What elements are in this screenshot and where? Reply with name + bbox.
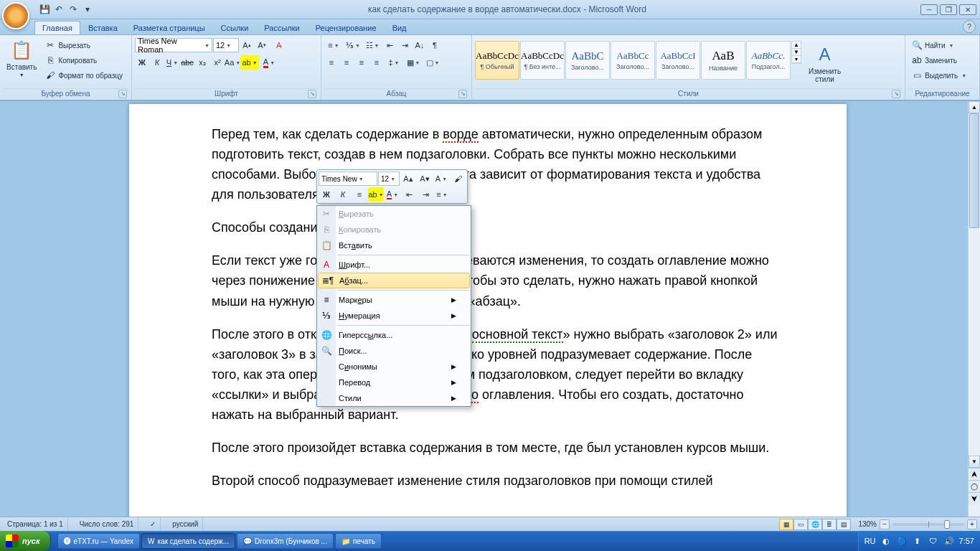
font-size-combo[interactable]: 12▼ xyxy=(213,38,239,52)
status-language[interactable]: русский xyxy=(168,517,203,531)
undo-icon[interactable]: ↶ xyxy=(52,3,65,16)
style-up-icon[interactable]: ▲ xyxy=(792,42,801,49)
tab-mailings[interactable]: Рассылки xyxy=(256,21,307,34)
view-print-layout[interactable]: ▦ xyxy=(779,519,793,530)
bullets-icon[interactable]: ≡▼ xyxy=(324,38,343,52)
scroll-thumb[interactable] xyxy=(969,113,979,228)
find-button[interactable]: 🔍Найти▼ xyxy=(908,38,969,52)
align-left-icon[interactable]: ≡ xyxy=(324,55,339,70)
tab-references[interactable]: Ссылки xyxy=(213,21,257,34)
ctx-lookup[interactable]: 🔍Поиск... xyxy=(317,343,471,359)
numbering-icon[interactable]: ⅓▼ xyxy=(344,38,362,52)
copy-button[interactable]: ⎘Копировать xyxy=(42,53,126,67)
highlight-icon[interactable]: ab▼ xyxy=(240,55,259,70)
cut-button[interactable]: ✂Вырезать xyxy=(42,38,126,52)
tab-review[interactable]: Рецензирование xyxy=(308,21,385,34)
justify-icon[interactable]: ≡ xyxy=(369,55,384,70)
qat-customize-icon[interactable]: ▾ xyxy=(81,3,94,16)
status-words[interactable]: Число слов: 291 xyxy=(75,517,139,531)
style-subtitle[interactable]: AaBbCc.Подзагол... xyxy=(746,41,791,80)
align-right-icon[interactable]: ≡ xyxy=(354,55,369,70)
sort-icon[interactable]: A↓ xyxy=(413,38,427,52)
change-case-icon[interactable]: Aa▼ xyxy=(225,55,240,70)
paragraph-expand-icon[interactable]: ↘ xyxy=(458,90,467,98)
font-color-icon[interactable]: A▼ xyxy=(260,55,278,70)
tab-page-layout[interactable]: Разметка страницы xyxy=(126,21,213,34)
help-icon[interactable]: ? xyxy=(963,20,976,33)
tray-icon[interactable]: 🔵 xyxy=(896,535,908,547)
multilevel-icon[interactable]: ☷▼ xyxy=(363,38,382,52)
style-more-icon[interactable]: ▾ xyxy=(792,56,801,63)
mini-size-combo[interactable]: 12▼ xyxy=(378,171,400,186)
font-family-combo[interactable]: Times New Roman▼ xyxy=(135,38,212,52)
mini-styles-icon[interactable]: A▼ xyxy=(433,171,449,186)
ctx-synonyms[interactable]: Синонимы▶ xyxy=(317,359,471,375)
taskbar-item-word[interactable]: Wкак сделать содерж... xyxy=(141,533,235,549)
style-normal[interactable]: AaBbCcDc¶ Обычный xyxy=(475,41,519,80)
clipboard-expand-icon[interactable]: ↘ xyxy=(118,90,127,98)
style-scrollbar[interactable]: ▲▼▾ xyxy=(791,41,801,64)
tray-icon[interactable]: ⬆ xyxy=(912,535,923,547)
style-heading3[interactable]: AaBbCcIЗаголово... xyxy=(656,41,700,80)
view-outline[interactable]: ≣ xyxy=(822,519,837,530)
ctx-paragraph[interactable]: ≣¶Абзац... xyxy=(318,273,470,288)
taskbar-item-chat[interactable]: 💬Dronx3m (Бунчиков ... xyxy=(237,533,334,549)
style-title[interactable]: АаВНазвание xyxy=(701,41,745,80)
office-button[interactable] xyxy=(2,2,29,29)
underline-icon[interactable]: Ч▼ xyxy=(165,55,179,70)
ctx-styles[interactable]: Стили▶ xyxy=(317,390,471,406)
mini-bold-icon[interactable]: Ж xyxy=(319,187,334,202)
paste-button[interactable]: 📋 Вставить ▼ xyxy=(3,37,40,80)
zoom-slider[interactable] xyxy=(892,523,964,526)
vertical-scrollbar[interactable]: ▲ ⮝ ◯ ⮟ ▼ xyxy=(968,101,980,517)
mini-center-icon[interactable]: ≡ xyxy=(352,187,367,202)
ctx-hyperlink[interactable]: 🌐Гиперссылка... xyxy=(317,327,471,343)
browse-object-icon[interactable]: ◯ xyxy=(969,480,980,492)
save-icon[interactable]: 💾 xyxy=(38,3,51,16)
mini-indent-dec-icon[interactable]: ⇤ xyxy=(401,187,417,202)
indent-inc-icon[interactable]: ⇥ xyxy=(397,38,412,52)
strike-icon[interactable]: abc xyxy=(180,55,194,70)
bold-icon[interactable]: Ж xyxy=(135,55,149,70)
format-painter-button[interactable]: 🖌Формат по образцу xyxy=(42,68,126,83)
mini-font-combo[interactable]: Times New▼ xyxy=(319,171,377,186)
view-draft[interactable]: ▤ xyxy=(837,519,851,530)
tray-clock[interactable]: 7:57 xyxy=(959,537,974,545)
style-heading2[interactable]: AaBbCcЗаголово... xyxy=(611,41,655,80)
select-button[interactable]: ▭Выделить▼ xyxy=(908,68,969,83)
ctx-numbering[interactable]: ⅓Нумерация▶ xyxy=(317,308,471,324)
tray-icon[interactable]: 🔊 xyxy=(943,535,955,547)
prev-page-icon[interactable]: ⮝ xyxy=(969,468,980,480)
style-no-spacing[interactable]: AaBbCcDc¶ Без инте... xyxy=(520,41,565,80)
indent-dec-icon[interactable]: ⇤ xyxy=(382,38,397,52)
minimize-button[interactable]: ─ xyxy=(920,4,938,15)
redo-icon[interactable]: ↷ xyxy=(67,3,80,16)
tab-insert[interactable]: Вставка xyxy=(80,21,126,34)
tray-icon[interactable]: ◐ xyxy=(880,535,892,547)
tray-lang[interactable]: RU xyxy=(864,535,876,547)
align-center-icon[interactable]: ≡ xyxy=(339,55,354,70)
italic-icon[interactable]: К xyxy=(150,55,164,70)
borders-icon[interactable]: ▢▼ xyxy=(423,55,442,70)
taskbar-item-browser[interactable]: 🅨eTXT.ru — Yandex xyxy=(57,533,141,549)
tab-home[interactable]: Главная xyxy=(34,21,80,34)
style-down-icon[interactable]: ▼ xyxy=(792,49,801,56)
scroll-up-icon[interactable]: ▲ xyxy=(969,101,980,113)
zoom-level[interactable]: 130% xyxy=(858,520,877,528)
shrink-font-icon[interactable]: A▾ xyxy=(255,38,269,52)
view-full-reading[interactable]: ▭ xyxy=(793,519,808,530)
show-marks-icon[interactable]: ¶ xyxy=(428,38,442,52)
tray-icon[interactable]: 🛡 xyxy=(928,535,939,547)
scroll-down-icon[interactable]: ▼ xyxy=(969,456,980,468)
grow-font-icon[interactable]: A▴ xyxy=(240,38,254,52)
shading-icon[interactable]: ▦▼ xyxy=(404,55,423,70)
document-page[interactable]: Перед тем, как сделать содержание в ворд… xyxy=(129,104,847,517)
clear-format-icon[interactable]: A̶ xyxy=(270,38,288,52)
replace-button[interactable]: abЗаменить xyxy=(908,53,969,67)
view-web[interactable]: 🌐 xyxy=(808,519,822,530)
mini-shrink-font-icon[interactable]: A▾ xyxy=(417,171,433,186)
status-page[interactable]: Страница: 1 из 1 xyxy=(3,517,68,531)
zoom-in-button[interactable]: + xyxy=(967,519,977,529)
subscript-icon[interactable]: x₂ xyxy=(195,55,209,70)
line-spacing-icon[interactable]: ‡▼ xyxy=(385,55,403,70)
